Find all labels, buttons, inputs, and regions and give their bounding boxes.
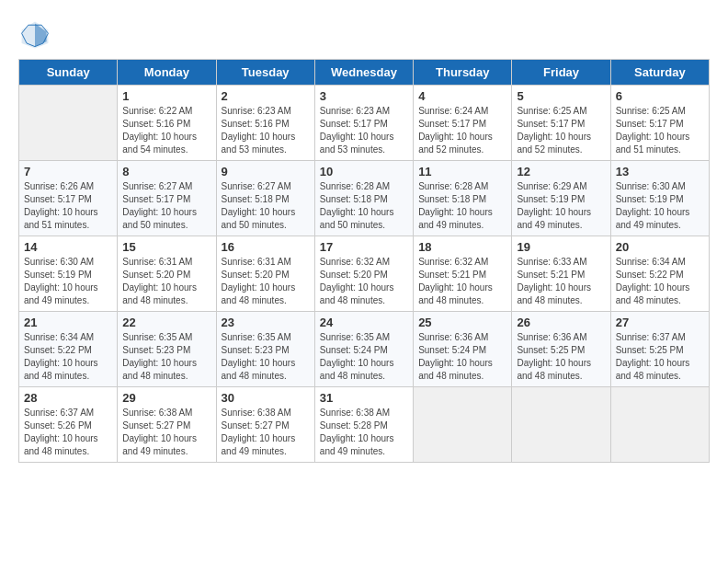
day-number: 16: [222, 240, 310, 254]
day-number: 15: [122, 240, 210, 254]
day-info: Sunrise: 6:28 AMSunset: 5:18 PMDaylight:…: [320, 180, 408, 232]
day-number: 25: [418, 316, 506, 329]
day-number: 26: [517, 316, 605, 329]
day-info: Sunrise: 6:38 AMSunset: 5:28 PMDaylight:…: [320, 407, 408, 458]
logo-icon: [18, 18, 51, 52]
day-number: 17: [320, 240, 408, 254]
calendar-cell: 6Sunrise: 6:25 AMSunset: 5:17 PMDaylight…: [610, 86, 709, 161]
day-number: 13: [616, 165, 704, 178]
day-number: 21: [24, 316, 112, 329]
day-number: 30: [222, 391, 310, 405]
day-header-tuesday: Tuesday: [216, 60, 314, 86]
day-number: 4: [418, 89, 506, 103]
calendar-cell: 19Sunrise: 6:33 AMSunset: 5:21 PMDayligh…: [512, 236, 610, 312]
day-info: Sunrise: 6:29 AMSunset: 5:19 PMDaylight:…: [517, 180, 605, 232]
calendar-cell: 12Sunrise: 6:29 AMSunset: 5:19 PMDayligh…: [512, 161, 610, 236]
calendar-cell: [610, 387, 709, 463]
day-info: Sunrise: 6:27 AMSunset: 5:17 PMDaylight:…: [122, 180, 210, 232]
day-number: 29: [122, 391, 210, 405]
calendar-cell: 4Sunrise: 6:24 AMSunset: 5:17 PMDaylight…: [414, 86, 512, 161]
calendar-cell: 13Sunrise: 6:30 AMSunset: 5:19 PMDayligh…: [610, 161, 709, 236]
calendar-cell: 30Sunrise: 6:38 AMSunset: 5:27 PMDayligh…: [216, 387, 314, 463]
day-number: 8: [122, 165, 210, 178]
day-info: Sunrise: 6:37 AMSunset: 5:25 PMDaylight:…: [616, 331, 704, 383]
day-info: Sunrise: 6:31 AMSunset: 5:20 PMDaylight:…: [122, 256, 210, 307]
day-number: 27: [616, 316, 704, 329]
calendar-cell: 25Sunrise: 6:36 AMSunset: 5:24 PMDayligh…: [414, 312, 512, 387]
day-info: Sunrise: 6:34 AMSunset: 5:22 PMDaylight:…: [616, 256, 704, 307]
calendar-cell: 2Sunrise: 6:23 AMSunset: 5:16 PMDaylight…: [216, 86, 314, 161]
day-number: 12: [517, 165, 605, 178]
calendar-table: SundayMondayTuesdayWednesdayThursdayFrid…: [18, 59, 710, 463]
day-info: Sunrise: 6:30 AMSunset: 5:19 PMDaylight:…: [24, 256, 112, 307]
day-number: 31: [320, 391, 408, 405]
day-header-sunday: Sunday: [19, 60, 118, 86]
day-info: Sunrise: 6:32 AMSunset: 5:21 PMDaylight:…: [418, 256, 506, 307]
day-number: 9: [222, 165, 310, 178]
day-number: 2: [222, 89, 310, 103]
calendar-cell: 26Sunrise: 6:36 AMSunset: 5:25 PMDayligh…: [512, 312, 610, 387]
calendar-cell: 17Sunrise: 6:32 AMSunset: 5:20 PMDayligh…: [314, 236, 413, 312]
day-number: 23: [222, 316, 310, 329]
calendar-cell: 31Sunrise: 6:38 AMSunset: 5:28 PMDayligh…: [314, 387, 413, 463]
day-number: 14: [24, 240, 112, 254]
calendar-cell: 14Sunrise: 6:30 AMSunset: 5:19 PMDayligh…: [19, 236, 118, 312]
calendar-cell: 28Sunrise: 6:37 AMSunset: 5:26 PMDayligh…: [19, 387, 118, 463]
day-number: 19: [517, 240, 605, 254]
calendar-cell: 8Sunrise: 6:27 AMSunset: 5:17 PMDaylight…: [118, 161, 216, 236]
calendar-cell: 1Sunrise: 6:22 AMSunset: 5:16 PMDaylight…: [118, 86, 216, 161]
day-info: Sunrise: 6:35 AMSunset: 5:24 PMDaylight:…: [320, 331, 408, 383]
calendar-cell: 5Sunrise: 6:25 AMSunset: 5:17 PMDaylight…: [512, 86, 610, 161]
day-number: 6: [616, 89, 704, 103]
calendar-cell: 27Sunrise: 6:37 AMSunset: 5:25 PMDayligh…: [610, 312, 709, 387]
day-header-saturday: Saturday: [610, 60, 709, 86]
day-number: 22: [122, 316, 210, 329]
calendar-cell: 11Sunrise: 6:28 AMSunset: 5:18 PMDayligh…: [414, 161, 512, 236]
calendar-cell: 23Sunrise: 6:35 AMSunset: 5:23 PMDayligh…: [216, 312, 314, 387]
calendar-cell: [19, 86, 118, 161]
day-number: 20: [616, 240, 704, 254]
calendar-cell: [512, 387, 610, 463]
day-info: Sunrise: 6:28 AMSunset: 5:18 PMDaylight:…: [418, 180, 506, 232]
day-info: Sunrise: 6:34 AMSunset: 5:22 PMDaylight:…: [24, 331, 112, 383]
day-info: Sunrise: 6:38 AMSunset: 5:27 PMDaylight:…: [222, 407, 310, 458]
day-info: Sunrise: 6:27 AMSunset: 5:18 PMDaylight:…: [222, 180, 310, 232]
day-header-thursday: Thursday: [414, 60, 512, 86]
day-info: Sunrise: 6:25 AMSunset: 5:17 PMDaylight:…: [616, 105, 704, 156]
calendar-cell: 22Sunrise: 6:35 AMSunset: 5:23 PMDayligh…: [118, 312, 216, 387]
day-info: Sunrise: 6:32 AMSunset: 5:20 PMDaylight:…: [320, 256, 408, 307]
day-info: Sunrise: 6:22 AMSunset: 5:16 PMDaylight:…: [122, 105, 210, 156]
day-number: 24: [320, 316, 408, 329]
logo: [18, 18, 55, 52]
calendar-cell: 10Sunrise: 6:28 AMSunset: 5:18 PMDayligh…: [314, 161, 413, 236]
day-number: 18: [418, 240, 506, 254]
day-info: Sunrise: 6:36 AMSunset: 5:25 PMDaylight:…: [517, 331, 605, 383]
day-info: Sunrise: 6:23 AMSunset: 5:16 PMDaylight:…: [222, 105, 310, 156]
day-info: Sunrise: 6:35 AMSunset: 5:23 PMDaylight:…: [222, 331, 310, 383]
day-number: 5: [517, 89, 605, 103]
day-number: 11: [418, 165, 506, 178]
day-number: 7: [24, 165, 112, 178]
day-header-monday: Monday: [118, 60, 216, 86]
calendar-cell: 16Sunrise: 6:31 AMSunset: 5:20 PMDayligh…: [216, 236, 314, 312]
day-info: Sunrise: 6:37 AMSunset: 5:26 PMDaylight:…: [24, 407, 112, 458]
calendar-cell: 15Sunrise: 6:31 AMSunset: 5:20 PMDayligh…: [118, 236, 216, 312]
day-info: Sunrise: 6:35 AMSunset: 5:23 PMDaylight:…: [122, 331, 210, 383]
day-info: Sunrise: 6:38 AMSunset: 5:27 PMDaylight:…: [122, 407, 210, 458]
calendar-cell: 20Sunrise: 6:34 AMSunset: 5:22 PMDayligh…: [610, 236, 709, 312]
day-info: Sunrise: 6:26 AMSunset: 5:17 PMDaylight:…: [24, 180, 112, 232]
calendar-cell: 9Sunrise: 6:27 AMSunset: 5:18 PMDaylight…: [216, 161, 314, 236]
day-header-friday: Friday: [512, 60, 610, 86]
calendar-cell: 7Sunrise: 6:26 AMSunset: 5:17 PMDaylight…: [19, 161, 118, 236]
day-info: Sunrise: 6:23 AMSunset: 5:17 PMDaylight:…: [320, 105, 408, 156]
calendar-cell: 29Sunrise: 6:38 AMSunset: 5:27 PMDayligh…: [118, 387, 216, 463]
calendar-cell: 3Sunrise: 6:23 AMSunset: 5:17 PMDaylight…: [314, 86, 413, 161]
day-number: 10: [320, 165, 408, 178]
day-info: Sunrise: 6:36 AMSunset: 5:24 PMDaylight:…: [418, 331, 506, 383]
day-info: Sunrise: 6:33 AMSunset: 5:21 PMDaylight:…: [517, 256, 605, 307]
day-number: 3: [320, 89, 408, 103]
day-number: 28: [24, 391, 112, 405]
calendar-cell: 18Sunrise: 6:32 AMSunset: 5:21 PMDayligh…: [414, 236, 512, 312]
day-header-wednesday: Wednesday: [314, 60, 413, 86]
calendar-cell: [414, 387, 512, 463]
